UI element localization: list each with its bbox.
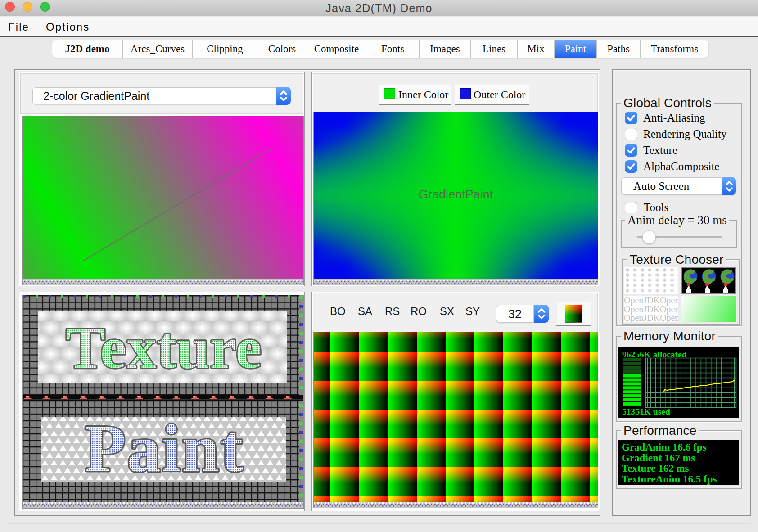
svg-text:51351K used: 51351K used: [622, 407, 670, 416]
svg-text:Texture: Texture: [66, 315, 262, 381]
svg-text:Paint: Paint: [85, 411, 244, 486]
